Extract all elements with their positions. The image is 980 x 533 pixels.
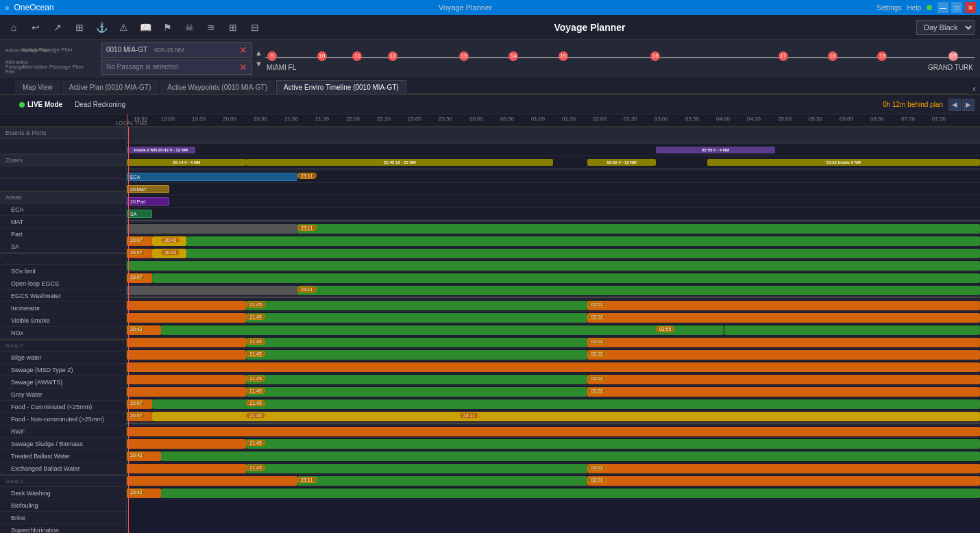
help-link[interactable]: Help (907, 4, 921, 12)
zones-label: Zones (5, 157, 23, 164)
back-icon[interactable]: ↩ (27, 19, 44, 36)
areas-mat: MAT (0, 216, 126, 228)
minimize-btn[interactable]: — (938, 2, 948, 13)
zone-bar-4-12nm: 02:02 4 - 12 NM (587, 159, 656, 166)
saw-green (161, 325, 724, 335)
time-2000: 20:00 (223, 116, 236, 122)
brine-row: 20:42 (127, 450, 980, 462)
dw-orange (127, 427, 980, 436)
visible-smoke-label: Visible Smoke (0, 314, 126, 327)
wp-12[interactable]: 12 (388, 51, 397, 61)
wp-16[interactable]: 16 (650, 51, 660, 61)
food-comm-row: 21:45 02:02 (127, 349, 980, 361)
bilge-orange2 (587, 301, 980, 310)
grey-water-row: 21:45 02:02 (127, 336, 980, 349)
open-loop-row: 20:07 20:42 (127, 235, 980, 247)
group3-label: Group 3 (5, 479, 23, 484)
timeline-nav-right[interactable]: ▶ (962, 99, 975, 111)
superchlorination-row: 21:45 02:02 (127, 462, 980, 475)
live-dot (19, 102, 25, 108)
timeline-nav-left[interactable]: ◀ (948, 99, 961, 111)
time-ruler: 18:30 19:00 19:30 20:00 20:30 21:00 21:3… (0, 114, 980, 127)
tab-active-waypoints[interactable]: Active Waypoints (0010 MIA-GT) (160, 80, 275, 94)
restore-btn[interactable]: □ (951, 2, 962, 13)
eb-label-2145: 21:45 (246, 412, 265, 419)
main-title: Voyage Planner (269, 22, 911, 33)
route-card-alt[interactable]: No Passage is selected ✕ (101, 60, 252, 75)
egcs-washwater-label: EGCS Washwater (0, 290, 126, 302)
wp-17[interactable]: 17 (779, 51, 788, 61)
br-label-2042: 20:42 (127, 452, 146, 458)
wp-14[interactable]: 14 (509, 51, 518, 61)
sox-row: 23:11 (127, 223, 980, 235)
settings-link[interactable]: Settings (877, 4, 901, 12)
title-bar: ● OneOcean Voyage Planner Settings Help … (0, 0, 980, 15)
wp-18[interactable]: 18 (828, 51, 837, 61)
sewage-msd-row: 21:45 02:02 (127, 312, 980, 324)
wp-8[interactable]: 8 (267, 51, 277, 61)
time-2230: 22:30 (377, 116, 391, 122)
main-grid: Events & Ports Zones Areas ECA MAT Part … (0, 127, 980, 533)
home-icon[interactable]: ⌂ (5, 19, 22, 36)
incinerator-row (127, 260, 980, 272)
fc-green (246, 350, 587, 360)
areas-part: Part (0, 228, 126, 240)
chart-icon[interactable]: ≋ (203, 19, 219, 36)
alt-route-id: No Passage is selected (106, 63, 178, 71)
areas-sa: SA (0, 240, 126, 253)
close-active-route[interactable]: ✕ (239, 45, 247, 55)
time-0700: 07:00 (901, 116, 915, 122)
warning-icon[interactable]: ⚠ (115, 19, 132, 36)
wp-10[interactable]: 10 (317, 51, 327, 61)
route-card-active[interactable]: 0010 MIA-GT 605.45 NM ✕ (101, 42, 252, 58)
saw-label-2042: 20:42 (127, 326, 146, 332)
ad-orange1 (127, 476, 297, 486)
pointer-icon[interactable]: ↗ (49, 19, 66, 36)
tab-active-enviro[interactable]: Active Enviro Timeline (0010 MIA-GT) (276, 80, 406, 94)
wp-13[interactable]: 13 (459, 51, 469, 61)
ss-label-2145: 21:45 (246, 388, 265, 394)
grid-icon[interactable]: ⊞ (225, 19, 241, 36)
dead-reckoning-label: Dead Reckoning (75, 101, 125, 108)
tab-map-view[interactable]: Map View (15, 80, 60, 94)
vs-green-bar (152, 273, 980, 283)
window-controls[interactable]: — □ ✕ (938, 2, 976, 13)
now-vertical-line (128, 127, 129, 533)
time-2030: 20:30 (254, 116, 267, 122)
close-alt-route[interactable]: ✕ (239, 62, 247, 73)
wp-11[interactable]: 11 (352, 51, 362, 61)
ss-label-0202: 02:02 (587, 388, 607, 394)
time-local: LOCAL TIME (115, 120, 147, 126)
time-0030: 00:30 (500, 116, 514, 122)
nav-down-icon[interactable]: ▼ (255, 60, 262, 68)
nav-up-icon[interactable]: ▲ (255, 49, 262, 57)
eca-bar: ECA (127, 173, 297, 181)
section-group3: Group 3 (0, 475, 126, 487)
inc-green-bar (127, 261, 980, 271)
gw-label-0202: 02:02 (587, 338, 607, 345)
route-cards: 0010 MIA-GT 605.45 NM ✕ No Passage is se… (101, 42, 252, 75)
zone-bar-12-25nm: 21:45 12 - 25 NM (246, 159, 553, 166)
time-2100: 21:00 (284, 116, 298, 122)
nox-row: 23:11 (127, 284, 980, 297)
theme-select[interactable]: Day Black Night Day White (916, 20, 975, 35)
tab-active-plan[interactable]: Active Plan (0010 MIA-GT) (62, 80, 158, 94)
areas-eca: ECA (0, 203, 126, 216)
anchor-icon[interactable]: ⚓ (93, 19, 110, 36)
flag-icon[interactable]: ⚑ (159, 19, 175, 36)
bf-green (246, 439, 980, 449)
time-0330: 03:30 (685, 116, 699, 122)
bookmark-icon[interactable]: ⊞ (71, 19, 88, 36)
close-btn[interactable]: ✕ (965, 2, 976, 13)
ad-label-0202: 02:02 (587, 477, 607, 483)
wp-gt[interactable]: GT (948, 51, 958, 61)
wp-19[interactable]: 19 (877, 51, 887, 61)
bf-orange (127, 439, 246, 449)
nav-arrows[interactable]: ▲ ▼ (255, 49, 262, 68)
book-icon[interactable]: 📖 (137, 19, 154, 36)
danger-icon[interactable]: ☠ (181, 19, 197, 36)
collapse-btn[interactable]: ‹ (968, 83, 980, 94)
wp-15[interactable]: 15 (559, 51, 568, 61)
sewage-awwts-row: 20:42 02:55 (127, 324, 980, 336)
tools-icon[interactable]: ⊟ (247, 19, 263, 36)
